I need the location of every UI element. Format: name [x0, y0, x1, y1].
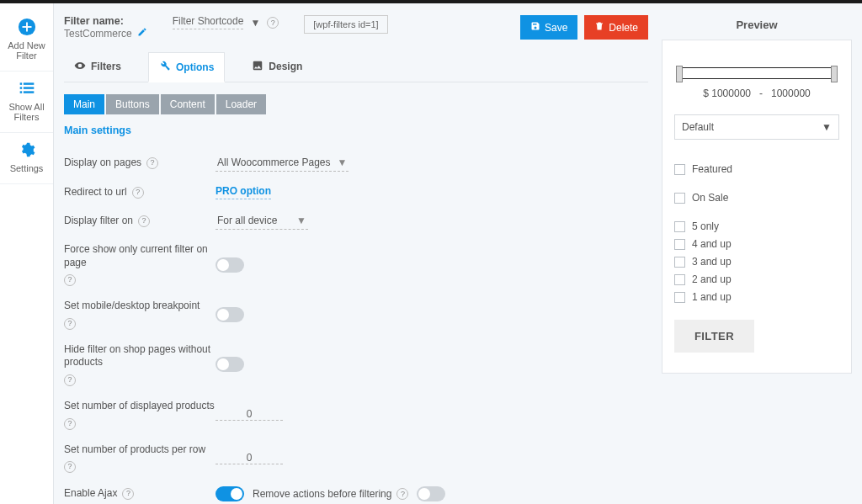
subtab-main[interactable]: Main — [64, 94, 104, 114]
help-icon[interactable]: ? — [64, 374, 76, 386]
save-button[interactable]: Save — [520, 15, 577, 40]
force-show-toggle[interactable] — [216, 257, 244, 273]
eye-icon — [74, 60, 86, 74]
pro-option-link[interactable]: PRO option — [216, 185, 271, 199]
svg-rect-8 — [23, 92, 34, 94]
wrench-icon — [159, 60, 171, 74]
svg-rect-4 — [23, 83, 34, 86]
checkbox-icon — [674, 292, 685, 303]
checkbox-label: On Sale — [692, 192, 728, 204]
hide-empty-toggle[interactable] — [216, 357, 244, 372]
label-force-show: Force show only current filter on page — [64, 243, 216, 269]
sidebar-item-label: Show All Filters — [3, 102, 50, 122]
pencil-icon[interactable] — [137, 27, 147, 40]
help-icon[interactable]: ? — [146, 157, 158, 169]
shortcode-select-label: Filter Shortcode — [173, 15, 244, 29]
tab-filters[interactable]: Filters — [64, 51, 131, 82]
breakpoint-toggle[interactable] — [216, 307, 244, 322]
display-filter-on-select[interactable]: For all device ▼ — [216, 213, 308, 230]
help-icon[interactable]: ? — [396, 488, 408, 500]
caret-down-icon: ▼ — [250, 17, 260, 29]
per-row-input[interactable] — [216, 452, 283, 464]
svg-rect-5 — [19, 88, 22, 90]
caret-down-icon: ▼ — [822, 121, 832, 133]
num-displayed-input[interactable] — [216, 408, 283, 421]
price-min: $ 1000000 — [703, 88, 751, 99]
subtab-buttons[interactable]: Buttons — [106, 94, 159, 114]
shortcode-select[interactable]: Filter Shortcode ▼ ? — [173, 15, 279, 29]
tab-label: Design — [269, 61, 302, 72]
subtabs: Main Buttons Content Loader — [64, 94, 648, 114]
gear-icon — [17, 140, 37, 160]
display-pages-select[interactable]: All Woocommerce Pages▼ — [216, 155, 349, 172]
sidebar-item-settings[interactable]: Settings — [0, 133, 53, 184]
remove-actions-toggle[interactable] — [417, 486, 445, 501]
help-icon[interactable]: ? — [132, 187, 144, 199]
help-icon[interactable]: ? — [64, 318, 76, 330]
filter-name-label: Filter name: — [64, 15, 147, 27]
help-icon[interactable]: ? — [64, 418, 76, 430]
sidebar-item-add-new-filter[interactable]: Add New Filter — [0, 10, 53, 72]
select-value: Default — [682, 121, 714, 133]
checkbox-rating-5[interactable]: 5 only — [674, 220, 839, 232]
tabs: Filters Options Design — [64, 51, 648, 82]
help-icon[interactable]: ? — [64, 461, 76, 473]
help-icon[interactable]: ? — [138, 215, 150, 227]
checkbox-label: 4 and up — [692, 238, 732, 250]
checkbox-icon — [674, 274, 685, 285]
subtab-loader[interactable]: Loader — [216, 94, 266, 114]
caret-down-icon: ▼ — [338, 157, 348, 168]
shortcode-value[interactable]: [wpf-filters id=1] — [304, 15, 387, 34]
tab-label: Options — [176, 61, 214, 73]
enable-ajax-toggle[interactable] — [216, 486, 244, 501]
label-redirect: Redirect to url — [64, 186, 127, 199]
list-icon — [17, 78, 37, 98]
subtab-content[interactable]: Content — [161, 94, 215, 114]
preview-title: Preview — [662, 13, 852, 40]
trash-icon — [594, 21, 604, 34]
label-num-displayed: Set number of displayed products — [64, 400, 215, 413]
checkbox-rating-4[interactable]: 4 and up — [674, 238, 839, 250]
label-enable-ajax: Enable Ajax — [64, 487, 117, 501]
checkbox-featured[interactable]: Featured — [674, 163, 839, 175]
checkbox-icon — [674, 221, 685, 232]
save-button-label: Save — [545, 22, 567, 34]
slider-handle-right[interactable] — [831, 66, 838, 82]
caret-down-icon: ▼ — [296, 215, 306, 226]
filter-button[interactable]: FILTER — [674, 320, 754, 353]
checkbox-rating-1[interactable]: 1 and up — [674, 291, 839, 303]
label-display-filter-on: Display filter on — [64, 215, 133, 228]
price-slider[interactable] — [676, 67, 838, 79]
checkbox-label: 2 and up — [692, 273, 732, 285]
filter-name-value[interactable]: TestCommerce — [64, 27, 147, 40]
checkbox-onsale[interactable]: On Sale — [674, 192, 839, 204]
label-hide-empty: Hide filter on shop pages without produc… — [64, 343, 216, 369]
delete-button[interactable]: Delete — [584, 15, 648, 40]
checkbox-label: 1 and up — [692, 291, 732, 303]
sidebar-item-show-all-filters[interactable]: Show All Filters — [0, 72, 53, 133]
sidebar-item-label: Add New Filter — [3, 40, 50, 61]
label-display-pages: Display on pages — [64, 157, 141, 170]
price-values: $ 1000000 - 1000000 — [674, 88, 839, 99]
delete-button-label: Delete — [609, 22, 638, 34]
tab-options[interactable]: Options — [148, 52, 225, 82]
preview-body: $ 1000000 - 1000000 Default ▼ Featured O… — [662, 40, 852, 374]
image-icon — [252, 60, 263, 74]
svg-rect-7 — [19, 92, 22, 94]
checkbox-label: 3 and up — [692, 256, 732, 268]
tab-design[interactable]: Design — [242, 51, 312, 82]
preview-default-select[interactable]: Default ▼ — [674, 114, 839, 140]
sidebar-item-label: Settings — [10, 163, 44, 173]
help-icon[interactable]: ? — [64, 274, 76, 286]
save-icon — [530, 21, 540, 34]
plus-circle-icon — [17, 17, 37, 37]
slider-handle-left[interactable] — [676, 66, 683, 82]
checkbox-rating-2[interactable]: 2 and up — [674, 273, 839, 285]
price-sep: - — [759, 88, 763, 99]
checkbox-rating-3[interactable]: 3 and up — [674, 256, 839, 268]
svg-rect-2 — [22, 26, 31, 28]
help-icon[interactable]: ? — [122, 488, 134, 500]
help-icon[interactable]: ? — [267, 17, 279, 29]
checkbox-icon — [674, 239, 685, 250]
label-remove-actions: Remove actions before filtering — [253, 488, 391, 500]
